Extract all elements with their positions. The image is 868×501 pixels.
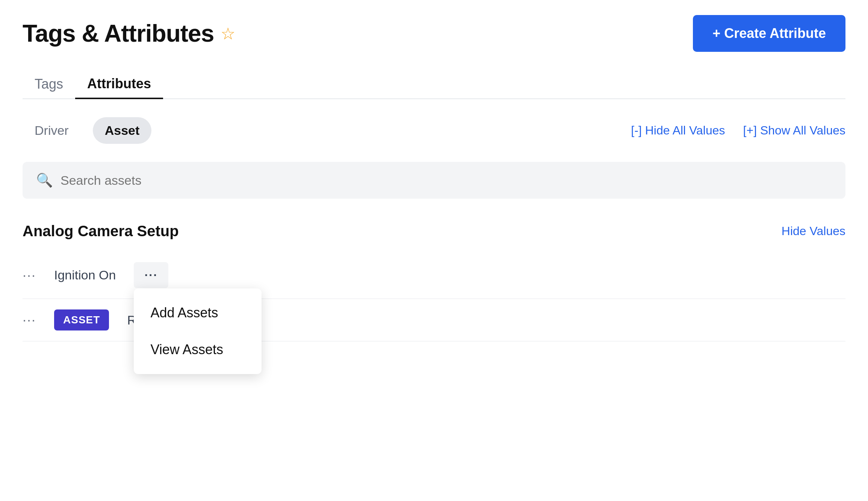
row-dots-left-reverse[interactable]: ··· <box>23 312 36 328</box>
sub-tabs-left: Driver Asset <box>23 117 151 144</box>
dropdown-item-add-assets[interactable]: Add Assets <box>134 294 262 331</box>
more-menu-ignition: ··· Add Assets View Assets <box>134 262 168 288</box>
header-left: Tags & Attributes ☆ <box>23 20 235 47</box>
search-input[interactable] <box>60 173 832 188</box>
search-icon: 🔍 <box>36 172 53 188</box>
attribute-name-ignition: Ignition On <box>54 268 116 282</box>
tab-attributes[interactable]: Attributes <box>75 70 163 99</box>
sub-tabs-right: [-] Hide All Values [+] Show All Values <box>631 124 845 137</box>
sub-tab-asset[interactable]: Asset <box>93 117 152 144</box>
sub-tabs-row: Driver Asset [-] Hide All Values [+] Sho… <box>23 117 845 144</box>
page-title: Tags & Attributes <box>23 20 214 47</box>
hide-values-button[interactable]: Hide Values <box>782 224 845 238</box>
create-attribute-button[interactable]: + Create Attribute <box>693 15 845 52</box>
star-icon[interactable]: ☆ <box>221 24 235 43</box>
show-all-values-button[interactable]: [+] Show All Values <box>743 124 845 137</box>
attribute-row-ignition: ··· Ignition On ··· Add Assets View Asse… <box>23 252 845 299</box>
section-header: Analog Camera Setup Hide Values <box>23 223 845 240</box>
more-menu-trigger-ignition[interactable]: ··· <box>134 262 168 288</box>
dropdown-item-view-assets[interactable]: View Assets <box>134 331 262 368</box>
row-dots-left-ignition[interactable]: ··· <box>23 267 36 283</box>
tab-tags[interactable]: Tags <box>23 70 75 99</box>
search-bar: 🔍 <box>23 162 845 199</box>
page-header: Tags & Attributes ☆ + Create Attribute <box>23 15 845 52</box>
analog-camera-section: Analog Camera Setup Hide Values ··· Igni… <box>23 223 845 341</box>
row-items-ignition: ··· Ignition On ··· Add Assets View Asse… <box>23 262 168 288</box>
main-tabs: Tags Attributes <box>23 70 845 99</box>
section-title: Analog Camera Setup <box>23 223 179 240</box>
hide-all-values-button[interactable]: [-] Hide All Values <box>631 124 725 137</box>
asset-badge: ASSET <box>54 309 109 330</box>
sub-tab-driver[interactable]: Driver <box>23 117 81 144</box>
dropdown-menu: Add Assets View Assets <box>134 288 262 374</box>
